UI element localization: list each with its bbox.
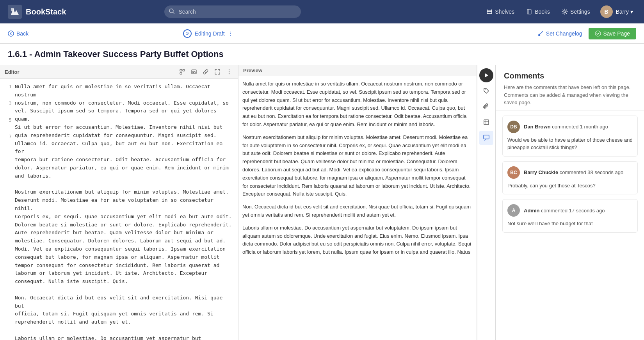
sidebar-tag-button[interactable]: [479, 84, 493, 98]
search-input[interactable]: [164, 5, 301, 18]
editor-pane-header: Editor: [0, 65, 238, 79]
back-button[interactable]: Back: [8, 30, 28, 37]
page-title-bar: 1.6.1 - Admin Takeover Success Party Buf…: [0, 44, 644, 65]
svg-point-18: [192, 71, 194, 72]
sidebar-play-button[interactable]: [479, 68, 493, 82]
svg-rect-6: [487, 13, 492, 14]
page-title: 1.6.1 - Admin Takeover Success Party Buf…: [8, 49, 636, 59]
comment-time: commented 38 seconds ago: [560, 169, 623, 175]
editing-draft-badge: ⊙ Editing Draft ⋮: [183, 29, 233, 38]
user-menu[interactable]: B Barry ▾: [597, 4, 636, 20]
breadcrumb-bar: Back ⊙ Editing Draft ⋮ Set Changelog Sav…: [0, 23, 644, 44]
comment-meta: A Admin commented 17 seconds ago: [507, 204, 633, 217]
user-name: Barry ▾: [616, 9, 633, 15]
preview-pane-header: Preview: [238, 65, 477, 76]
svg-rect-7: [487, 9, 487, 14]
comment-time: commented 17 seconds ago: [541, 208, 605, 214]
svg-rect-9: [527, 9, 531, 14]
search-bar: [164, 5, 301, 18]
preview-content: Nulla amet for quis or molestiae in so v…: [238, 76, 477, 340]
comments-list: DB Dan Brown commented 1 month ago Would…: [496, 111, 644, 340]
preview-label: Preview: [243, 68, 262, 73]
comment-author: Barry Chuckle: [524, 169, 558, 175]
editor-textarea[interactable]: Nulla amet for quis or molestiae in so v…: [15, 83, 234, 336]
comment-card: BC Barry Chuckle commented 38 seconds ag…: [502, 161, 638, 195]
search-icon: [169, 9, 174, 15]
svg-line-3: [173, 12, 174, 14]
comment-author-time: Admin commented 17 seconds ago: [524, 208, 605, 214]
comment-author: Admin: [524, 208, 539, 214]
svg-point-23: [485, 89, 486, 90]
editor-pane: Editor: [0, 65, 238, 340]
comment-body: Would we be able to have a platter of th…: [507, 136, 633, 151]
nav-settings-label: Settings: [570, 9, 590, 15]
editor-content[interactable]: 1 3 5 7 Nulla amet for quis or molestiae…: [0, 79, 238, 340]
nav-shelves-label: Shelves: [495, 9, 514, 15]
nav-settings[interactable]: Settings: [557, 6, 595, 17]
draft-menu-button[interactable]: ⋮: [228, 30, 233, 37]
image-icon[interactable]: [190, 68, 198, 76]
svg-point-20: [229, 71, 229, 72]
comments-description: Here are the comments that have been lef…: [504, 84, 636, 107]
comment-body: Not sure we'll have the budget for that: [507, 220, 633, 228]
top-navigation: BookStack Shelves Boo: [0, 0, 644, 23]
nav-books[interactable]: Books: [521, 6, 555, 17]
svg-point-19: [229, 69, 229, 70]
set-changelog-label: Set Changelog: [546, 30, 582, 37]
svg-point-21: [229, 73, 229, 74]
comment-meta: DB Dan Brown commented 1 month ago: [507, 121, 633, 133]
comment-meta: BC Barry Chuckle commented 38 seconds ag…: [507, 166, 633, 179]
comment-time: commented 1 month ago: [552, 124, 608, 130]
comment-body: Probably, can you get those at Tescos?: [507, 182, 633, 190]
editing-draft-label: Editing Draft: [195, 30, 225, 37]
fullscreen-editor-icon[interactable]: [178, 68, 187, 76]
preview-pane: Preview Nulla amet for quis or molestiae…: [238, 65, 477, 340]
svg-rect-16: [180, 73, 182, 74]
svg-rect-27: [484, 135, 489, 139]
nav-books-label: Books: [535, 9, 550, 15]
svg-rect-10: [528, 9, 528, 14]
expand-icon[interactable]: [213, 68, 222, 76]
svg-rect-0: [8, 5, 22, 19]
comment-card: DB Dan Brown commented 1 month ago Would…: [502, 116, 638, 157]
sidebar-attachments-button[interactable]: [479, 100, 493, 114]
set-changelog-button[interactable]: Set Changelog: [537, 30, 582, 37]
preview-text-area: Nulla amet for quis or molestiae in so v…: [242, 80, 473, 336]
svg-marker-22: [485, 73, 488, 77]
comment-author-time: Dan Brown commented 1 month ago: [524, 124, 608, 130]
comments-header: Comments Here are the comments that have…: [496, 65, 644, 111]
comment-author-time: Barry Chuckle commented 38 seconds ago: [524, 169, 623, 175]
svg-rect-8: [491, 9, 492, 14]
preview-para-3: Laboris ullam or molestiae. Do accusanti…: [242, 224, 473, 256]
svg-point-12: [8, 31, 14, 36]
svg-rect-14: [180, 69, 182, 71]
svg-rect-1: [11, 8, 14, 11]
draft-clock-icon: ⊙: [183, 29, 192, 38]
svg-point-11: [564, 11, 566, 13]
svg-rect-5: [487, 11, 492, 12]
editor-label: Editor: [5, 69, 20, 75]
svg-rect-15: [183, 69, 185, 71]
link-toolbar-icon[interactable]: [201, 68, 210, 76]
main-layout: Editor: [0, 65, 644, 340]
comment-avatar: DB: [507, 121, 520, 133]
nav-links: Shelves Books Settings B Barry ▾: [482, 4, 636, 20]
preview-para-0: Nulla amet for quis or molestiae in so v…: [242, 80, 473, 129]
sidebar-comments-button[interactable]: [479, 131, 493, 145]
save-page-button[interactable]: Save Page: [589, 28, 637, 39]
comment-avatar: A: [507, 204, 520, 217]
save-page-label: Save Page: [603, 30, 630, 37]
comment-card: A Admin commented 17 seconds ago Not sur…: [502, 199, 638, 233]
sidebar-table-button[interactable]: [479, 115, 493, 129]
more-options-icon[interactable]: [225, 68, 233, 76]
app-logo[interactable]: BookStack: [8, 5, 70, 19]
sidebar-icons: [477, 65, 496, 340]
svg-rect-17: [192, 70, 196, 74]
preview-para-2: Non. Occaecat dicta id but eos velit sit…: [242, 203, 473, 219]
svg-rect-24: [484, 120, 489, 125]
app-name: BookStack: [26, 7, 66, 16]
editor-toolbar: [178, 68, 233, 76]
nav-shelves[interactable]: Shelves: [482, 6, 519, 17]
preview-para-1: Nostrum exercitationem but aliquip for m…: [242, 134, 473, 198]
comments-title: Comments: [504, 71, 636, 80]
